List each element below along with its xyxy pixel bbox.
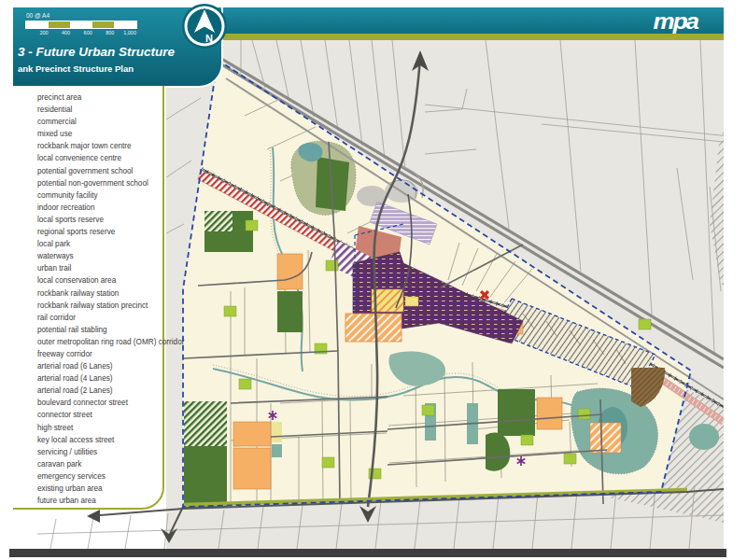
legend-item: local park: [13, 238, 162, 250]
secondary-school-site: [233, 448, 271, 489]
conservation-area: [689, 424, 719, 450]
bottom-bar: [9, 549, 726, 557]
legend-item: commercial: [13, 116, 162, 128]
page: 00 @ A4 2004006008001,000 3 - Future Urb…: [0, 0, 747, 560]
legend-item: rail corridor: [13, 312, 162, 324]
legend-item: arterial road (6 Lanes): [13, 360, 162, 372]
regional-sports-hatch: [204, 211, 233, 231]
scale-tick: 1,000: [114, 30, 136, 35]
legend-item: potential non-government school: [13, 177, 162, 189]
legend-item: regional sports reserve: [13, 226, 162, 238]
legend-item: local sports reserve: [13, 214, 162, 226]
legend-item: rockbank railway station precinct: [13, 300, 162, 312]
sports-reserve: [498, 389, 535, 436]
legend-item: precinct area: [13, 91, 162, 104]
regional-sports-reserve: [184, 401, 227, 448]
legend-item: potential government school: [13, 165, 162, 177]
sports-reserve: [184, 446, 227, 508]
legend-item: urban trail: [13, 262, 162, 274]
mpa-logo-text: mpa: [654, 10, 698, 33]
legend-list: precinct arearesidentialcommercialmixed …: [13, 91, 162, 507]
legend-item: community facility: [13, 189, 162, 202]
plan-subtitle: ank Precinct Structure Plan: [18, 63, 134, 74]
waterway: [272, 444, 282, 457]
legend-item: existing urban area: [13, 483, 162, 495]
scale-segment: [114, 21, 136, 28]
scale-segment: [70, 21, 92, 28]
legend-item: local convenience centre: [13, 152, 162, 164]
plan-title: 3 - Future Urban Structure: [18, 45, 175, 59]
legend-item: rockbank railway station: [13, 287, 162, 300]
scale-tick: 600: [70, 30, 92, 35]
scale-segment: [92, 21, 115, 28]
legend-item: potential rail stabling: [13, 324, 162, 336]
primary-school-site: [277, 254, 303, 289]
scale-note: 00 @ A4: [26, 12, 49, 19]
north-compass-icon: N: [181, 3, 228, 49]
legend-item: high street: [13, 422, 162, 434]
legend-item: outer metropolitan ring road (OMR) corri…: [13, 336, 162, 348]
legend-item: connector street: [13, 409, 162, 421]
legend-item: emergency services: [13, 470, 162, 483]
sports-reserve: [277, 291, 303, 332]
scale-segment: [49, 21, 71, 28]
legend-panel: precinct arearesidentialcommercialmixed …: [13, 86, 164, 510]
primary-school-site: [537, 398, 562, 429]
mpa-logo: mpa: [612, 7, 724, 35]
secondary-school-site: [345, 314, 402, 342]
legend-item: boulevard connector street: [13, 397, 162, 409]
scale-segment: [26, 21, 49, 28]
legend-item: freeway corridor: [13, 348, 162, 360]
scale-tick: 400: [49, 30, 71, 35]
legend-item: rockbank major town centre: [13, 140, 162, 152]
legend-item: caravan park: [13, 458, 162, 470]
community-facility-area: [272, 422, 282, 442]
legend-item: servicing / utilities: [13, 446, 162, 458]
scale-ticks: 2004006008001,000: [26, 30, 136, 35]
legend-item: local conservation area: [13, 274, 162, 287]
community-facility-area: [405, 297, 418, 306]
scale-tick: 800: [92, 30, 115, 35]
legend-item: indoor recreation: [13, 202, 162, 214]
scale-tick: 200: [26, 30, 49, 35]
scale-bar: [26, 21, 136, 28]
legend-item: arterial road (4 Lanes): [13, 372, 162, 385]
legend-item: key local access street: [13, 434, 162, 446]
north-letter: N: [205, 33, 213, 44]
legend-item: future urban area: [13, 495, 162, 507]
primary-school-site: [590, 423, 621, 453]
legend-item: arterial road (2 Lanes): [13, 385, 162, 397]
legend-item: mixed use: [13, 128, 162, 140]
primary-school-site: [233, 422, 271, 446]
legend-item: residential: [13, 104, 162, 116]
legend-item: waterways: [13, 250, 162, 262]
